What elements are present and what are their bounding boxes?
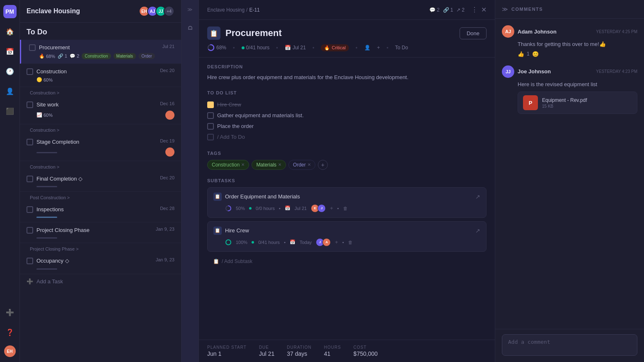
task-checkbox-procurement[interactable]: [29, 44, 36, 51]
more-options-icon[interactable]: ⋮: [471, 6, 478, 14]
comment-time-1: YESTERDAY 4:23 PM: [596, 69, 637, 74]
todo-list: Hire Crew Gather equipment and materials…: [207, 99, 487, 142]
sep4: •: [356, 45, 358, 51]
nav-people-icon[interactable]: 👤: [3, 84, 17, 98]
expand-icon: ≫: [187, 7, 193, 12]
subtask-progress-1: [225, 239, 232, 246]
task-checkbox-site[interactable]: [27, 101, 33, 108]
task-item-stage-completion[interactable]: Stage Completion Dec 19: [20, 134, 181, 161]
task-date-construction: Dec 20: [160, 68, 174, 73]
comment-time-0: YESTERDAY 4:25 PM: [596, 29, 637, 34]
comment-count-badge: 💬 2: [429, 6, 440, 14]
task-checkbox-construction[interactable]: [27, 68, 33, 75]
nav-user-icon[interactable]: EH: [4, 345, 16, 357]
arrow-icon: 📈: [36, 112, 42, 118]
subtask-link-0[interactable]: ↗: [475, 193, 480, 200]
task-item-procurement[interactable]: Procurement Jul 21 🔥 68% 🔗 1 💬 2 Constru…: [20, 40, 181, 64]
tag-badge-order[interactable]: Order ✕: [288, 160, 315, 170]
add-todo-row[interactable]: / Add To Do: [207, 132, 487, 142]
task-item-final-completion[interactable]: Final Completion ◇ Dec 20: [20, 171, 181, 192]
subtask-count-badge: 🔗 1: [443, 6, 453, 14]
task-checkbox-stage[interactable]: [27, 139, 33, 145]
task-date-occupancy: Jan 9, 23: [156, 257, 174, 262]
subtask-hours-0: 0/0 hours: [256, 206, 275, 211]
comment-attachment-1[interactable]: P Equipment - Rev.pdf 15 KB: [518, 92, 637, 114]
subtask-meta-1: 100% 0/41 hours • 📅 Today J A + • 🗑: [213, 238, 480, 246]
todo-check-2[interactable]: [207, 123, 214, 130]
nav-home-icon[interactable]: 🏠: [3, 25, 17, 38]
task-checkbox-occupancy[interactable]: [27, 258, 33, 264]
progress-indicator: 🔥 68%: [39, 53, 55, 59]
close-icon[interactable]: ✕: [481, 6, 487, 14]
nav-calendar-icon[interactable]: 📅: [3, 45, 17, 58]
collapse-comments-button[interactable]: ≫: [502, 6, 508, 12]
nav-add-icon[interactable]: ➕: [3, 306, 17, 319]
subtask-top-1: 📋 Hire Crew ↗: [213, 227, 480, 235]
task-item-occupancy[interactable]: Occupancy ◇ Jan 9, 23: [20, 253, 181, 274]
project-title: Enclave Housing: [27, 7, 135, 15]
subtask-name-0: Order Equipment and Materials: [225, 193, 472, 200]
add-meta[interactable]: +: [377, 45, 380, 51]
tag-construction[interactable]: Construction: [82, 53, 111, 59]
todo-check-1[interactable]: [207, 112, 214, 119]
status-meta[interactable]: To Do: [395, 45, 408, 51]
tag-badge-materials[interactable]: Materials ✕: [252, 160, 286, 170]
task-item-site-work[interactable]: Site work Dec 16 📈 60%: [20, 97, 181, 124]
task-top: Procurement Jul 21: [29, 44, 174, 51]
tag-remove-construction[interactable]: ✕: [241, 162, 245, 167]
comment-input[interactable]: [502, 334, 637, 356]
task-item-construction[interactable]: Construction Dec 20 🟡 60%: [20, 64, 181, 87]
fire-priority-icon: 🔥: [324, 45, 330, 51]
emoji-reaction-icon[interactable]: 😊: [532, 51, 539, 57]
todo-text-1: Gather equipment and materials list.: [217, 112, 304, 118]
todo-section-header: To Do: [20, 23, 181, 40]
task-meta-occupancy: [27, 267, 174, 270]
tag-order[interactable]: Order: [138, 53, 155, 59]
stage-progress-bar: [36, 152, 57, 153]
avatar-group: EH AJ JJ +4: [139, 6, 174, 17]
tag-remove-order[interactable]: ✕: [307, 162, 311, 167]
add-tag-button[interactable]: +: [318, 160, 328, 170]
add-task-row[interactable]: ➕ Add a Task: [20, 274, 181, 289]
task-name-construction: Construction: [36, 68, 157, 75]
subtask-delete-0[interactable]: 🗑: [343, 206, 348, 211]
subtask-add-assignee-0[interactable]: +: [330, 205, 333, 211]
task-checkbox-closing[interactable]: [27, 227, 33, 234]
task-checkbox-final[interactable]: [27, 176, 33, 182]
project-header: Enclave Housing EH AJ JJ +4: [20, 0, 181, 23]
nav-recent-icon[interactable]: 🕐: [3, 65, 17, 78]
collapsed-panel[interactable]: D ≫: [182, 0, 199, 362]
task-item-inspections[interactable]: Inspections Dec 28: [20, 202, 181, 222]
due-value: Jul 21: [259, 350, 274, 357]
subtask-dot-1: [252, 241, 254, 244]
comments-header: ≫ COMMENTS: [495, 0, 644, 19]
subtasks-section-label: SUBTASKS: [207, 178, 487, 183]
app-logo[interactable]: PM: [3, 5, 17, 18]
subtask-add-assignee-1[interactable]: +: [335, 239, 338, 245]
todo-check-0[interactable]: [207, 101, 214, 108]
detail-title: Procurement: [225, 28, 455, 39]
task-meta-procurement: 🔥 68% 🔗 1 💬 2 Construction Materials Ord…: [29, 53, 174, 59]
stage-assignee-avatar: [165, 147, 174, 157]
thumbs-up-icon[interactable]: 👍: [518, 51, 524, 57]
task-meta-stage: [27, 147, 174, 157]
subtask-delete-1[interactable]: 🗑: [348, 240, 353, 245]
tag-remove-materials[interactable]: ✕: [278, 162, 281, 167]
task-name-site: Site work: [36, 101, 157, 109]
subtask-top-0: 📋 Order Equipment and Materials ↗: [213, 193, 480, 201]
breadcrumb-project[interactable]: Enclave Housing: [207, 7, 245, 13]
done-button[interactable]: Done: [460, 27, 487, 39]
nav-board-icon[interactable]: ⬛: [3, 104, 17, 118]
task-checkbox-inspections[interactable]: [27, 206, 33, 213]
cost-value: $750,000: [353, 350, 378, 357]
tag-materials[interactable]: Materials: [114, 53, 136, 59]
progress-percent: 68%: [216, 45, 226, 51]
subtask-link-1[interactable]: ↗: [475, 227, 480, 234]
task-item-project-closing[interactable]: Project Closing Phase Jan 9, 23: [20, 222, 181, 243]
progress-meta: 68%: [207, 44, 226, 51]
subtask-avatars-0: E J: [311, 204, 326, 212]
tag-badge-construction[interactable]: Construction ✕: [207, 160, 249, 170]
nav-help-icon[interactable]: ❓: [3, 326, 17, 339]
todo-section-label: TO DO LIST: [207, 90, 487, 95]
add-subtask-row[interactable]: 📋 / Add Subtask: [207, 255, 487, 268]
